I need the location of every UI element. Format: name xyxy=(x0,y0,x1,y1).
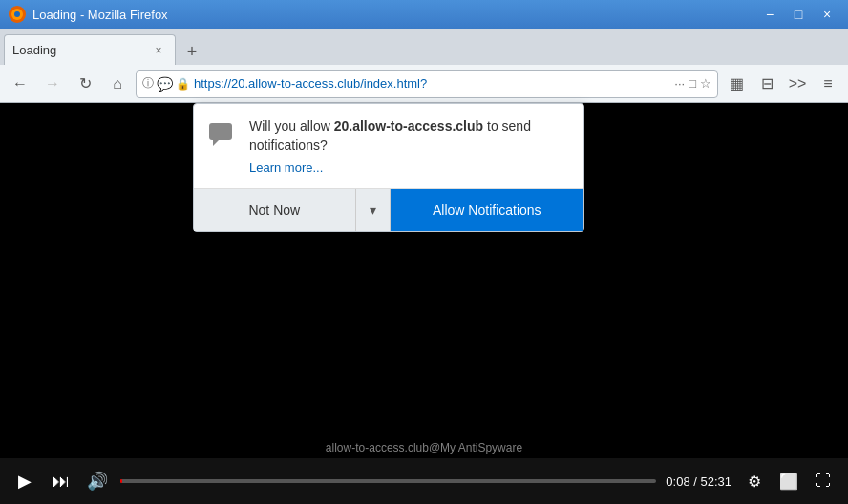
firefox-logo-icon xyxy=(8,5,27,24)
popup-message: Will you allow 20.allow-to-access.club t… xyxy=(249,117,570,155)
title-bar: Loading - Mozilla Firefox − □ × xyxy=(0,0,848,29)
more-icon[interactable]: ··· xyxy=(674,76,685,91)
not-now-button[interactable]: Not Now xyxy=(194,189,356,231)
popup-body: Will you allow 20.allow-to-access.club t… xyxy=(194,104,583,184)
allow-notifications-button[interactable]: Allow Notifications xyxy=(391,189,583,231)
info-icon: ⓘ xyxy=(142,75,154,92)
minimize-button[interactable]: − xyxy=(756,4,783,25)
star-icon[interactable]: ☆ xyxy=(700,76,711,91)
chat-icon: 💬 xyxy=(157,76,173,92)
tab-close-button[interactable]: × xyxy=(150,42,167,59)
progress-bar[interactable] xyxy=(120,479,656,483)
address-right-icons: ··· □ ☆ xyxy=(674,76,711,91)
popup-buttons: Not Now ▾ Allow Notifications xyxy=(194,188,583,231)
home-button[interactable]: ⌂ xyxy=(103,70,132,98)
volume-button[interactable]: 🔊 xyxy=(84,468,111,494)
notification-popup: Will you allow 20.allow-to-access.club t… xyxy=(193,103,584,232)
popup-site-name: 20.allow-to-access.club xyxy=(334,118,483,134)
fullscreen-button[interactable]: ⛶ xyxy=(810,468,837,494)
progress-fill xyxy=(120,479,122,483)
lock-icon: 🔒 xyxy=(176,77,190,91)
popup-chat-icon xyxy=(207,119,238,157)
back-button[interactable]: ← xyxy=(6,70,34,98)
maximize-button[interactable]: □ xyxy=(785,4,812,25)
title-bar-left: Loading - Mozilla Firefox xyxy=(8,5,168,24)
pocket-icon[interactable]: □ xyxy=(689,76,696,91)
tab-label: Loading xyxy=(12,43,56,57)
tab-bar: Loading × + xyxy=(0,29,848,65)
menu-button[interactable]: ≡ xyxy=(814,70,842,98)
window-title: Loading - Mozilla Firefox xyxy=(32,8,168,22)
overflow-button[interactable]: >> xyxy=(783,70,812,98)
nav-right: ▦ ⊟ >> ≡ xyxy=(722,70,842,98)
library-button[interactable]: ▦ xyxy=(722,70,751,98)
address-icons: ⓘ 💬 🔒 xyxy=(142,75,190,92)
reload-button[interactable]: ↻ xyxy=(71,70,99,98)
new-tab-button[interactable]: + xyxy=(178,38,206,65)
not-now-dropdown-button[interactable]: ▾ xyxy=(356,189,391,231)
ctrl-right: ⚙ ⬜ ⛶ xyxy=(741,468,837,494)
svg-rect-3 xyxy=(209,123,232,140)
play-button[interactable]: ▶ xyxy=(11,468,38,494)
popup-content: Will you allow 20.allow-to-access.club t… xyxy=(249,117,570,175)
active-tab[interactable]: Loading × xyxy=(4,34,176,65)
title-bar-controls: − □ × xyxy=(756,4,840,25)
forward-button: → xyxy=(38,70,67,98)
learn-more-link[interactable]: Learn more... xyxy=(249,160,570,175)
theater-button[interactable]: ⬜ xyxy=(775,468,802,494)
sync-button[interactable]: ⊟ xyxy=(753,70,781,98)
next-button[interactable]: ⏭ xyxy=(48,468,74,494)
svg-marker-4 xyxy=(213,140,219,146)
settings-button[interactable]: ⚙ xyxy=(741,468,768,494)
address-bar[interactable]: ⓘ 💬 🔒 https://20.allow-to-access.club/in… xyxy=(136,70,718,98)
url-display: https://20.allow-to-access.club/index.ht… xyxy=(194,76,670,91)
time-display: 0:08 / 52:31 xyxy=(666,474,731,489)
video-watermark: allow-to-access.club@My AntiSpyware xyxy=(0,437,848,458)
popup-prefix: Will you allow xyxy=(249,118,334,134)
svg-point-2 xyxy=(14,11,20,17)
nav-bar: ← → ↻ ⌂ ⓘ 💬 🔒 https://20.allow-to-access… xyxy=(0,65,848,103)
close-button[interactable]: × xyxy=(814,4,840,25)
video-controls: ▶ ⏭ 🔊 0:08 / 52:31 ⚙ ⬜ ⛶ xyxy=(0,458,848,504)
